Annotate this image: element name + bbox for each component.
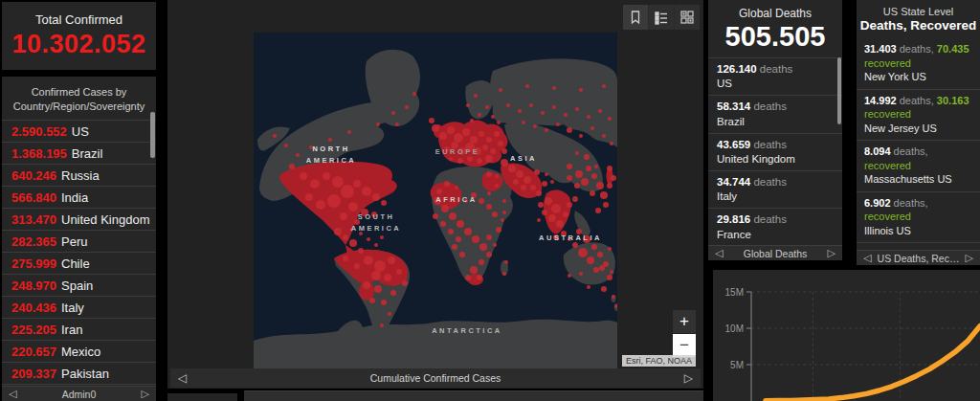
country-footer-label: Admin0: [62, 389, 97, 400]
label-australia: AUSTRALIA: [539, 234, 602, 242]
country-row[interactable]: 225.205 Iran: [2, 319, 156, 341]
country-row[interactable]: 1.368.195 Brazil: [2, 143, 156, 165]
country-name: Brazil: [72, 143, 103, 165]
deaths-row[interactable]: 29.816 deaths France: [708, 209, 842, 246]
next-arrow-icon[interactable]: ▷: [142, 388, 149, 400]
label-south-america: SOUTH: [358, 212, 395, 221]
country-name: Russia: [61, 165, 100, 187]
country-row[interactable]: 220.657 Mexico: [2, 341, 156, 363]
country-cases-value: 313.470: [11, 209, 56, 231]
basemap-grid-icon[interactable]: [675, 5, 700, 30]
country-row[interactable]: 282.365 Peru: [2, 231, 156, 253]
global-deaths-scrollbar[interactable]: [837, 57, 841, 124]
label-africa: AFRICA: [435, 195, 477, 204]
prev-arrow-icon[interactable]: ◁: [178, 371, 187, 385]
country-list-scrollbar[interactable]: [150, 112, 155, 158]
us-state-subtitle: Deaths, Recovered: [857, 18, 980, 33]
prev-arrow-icon[interactable]: ◁: [863, 252, 871, 264]
state-name: Illinois US: [864, 224, 976, 238]
country-cases-value: 220.657: [11, 341, 56, 363]
country-name: Peru: [61, 231, 87, 253]
us-state-title: US State Level: [857, 0, 980, 17]
bookmark-icon[interactable]: [623, 5, 648, 30]
legend-list-icon[interactable]: [649, 5, 674, 30]
deaths-country: US: [717, 77, 836, 91]
zoom-in-button[interactable]: +: [673, 310, 696, 333]
country-row[interactable]: 313.470 United Kingdom: [2, 209, 156, 231]
deaths-unit: deaths: [753, 176, 787, 188]
svg-text:15M: 15M: [725, 287, 744, 298]
map-footer-label: Cumulative Confirmed Cases: [370, 372, 501, 384]
state-deaths-value: 8.094: [864, 145, 891, 157]
deaths-row[interactable]: 126.140 deaths US: [708, 58, 842, 96]
deaths-row[interactable]: 43.659 deaths United Kingdom: [708, 134, 842, 171]
bottom-panel-sliver-left: [167, 393, 237, 401]
country-cases-value: 282.365: [11, 231, 56, 253]
deaths-row[interactable]: 58.314 deaths Brazil: [708, 96, 842, 133]
country-name: Spain: [61, 275, 93, 297]
deaths-unit: deaths: [753, 100, 787, 112]
state-row[interactable]: 14.992 deaths, 30.163 recovered New Jers…: [857, 90, 980, 142]
label-north-america: NORTH: [312, 145, 349, 153]
country-name: US: [72, 121, 89, 143]
country-row[interactable]: 275.999 Chile: [2, 253, 156, 275]
country-name: Iran: [61, 319, 82, 341]
country-row[interactable]: 240.436 Italy: [2, 297, 156, 319]
prev-arrow-icon[interactable]: ◁: [9, 388, 16, 400]
state-recovered-word: recovered: [864, 57, 911, 69]
global-deaths-title: Global Deaths: [708, 0, 842, 20]
country-name: India: [61, 187, 88, 209]
country-row[interactable]: 566.840 India: [2, 187, 156, 209]
map-footer: ◁ Cumulative Confirmed Cases ▷: [170, 368, 701, 388]
country-row[interactable]: 2.590.552 US: [2, 121, 156, 143]
covid-dashboard: Total Confirmed 10.302.052 Confirmed Cas…: [0, 0, 980, 401]
deaths-unit: deaths: [753, 213, 787, 225]
country-name: Chile: [61, 253, 90, 275]
zoom-out-button[interactable]: −: [673, 334, 696, 357]
map-attribution: Esri, FAO, NOAA: [622, 355, 696, 367]
next-arrow-icon[interactable]: ▷: [966, 252, 973, 264]
header-line2: Country/Region/Sovereignty: [2, 100, 156, 114]
state-row[interactable]: 31.403 deaths, 70.435 recovered New York…: [857, 38, 980, 90]
state-recovered-word: recovered: [864, 211, 911, 222]
map-panel: NORTH AMERICA EUROPE ASIA AFRICA SOUTH A…: [167, 0, 703, 389]
deaths-value: 34.744: [717, 176, 750, 188]
prev-arrow-icon[interactable]: ◁: [715, 247, 723, 259]
total-confirmed-panel: Total Confirmed 10.302.052: [2, 2, 156, 70]
us-state-footer-label: US Deaths, Rec…: [878, 253, 960, 264]
country-row[interactable]: 209.337 Pakistan: [2, 363, 156, 385]
state-recovered-word: recovered: [864, 160, 911, 171]
global-deaths-footer: ◁ Global Deaths ▷: [708, 245, 842, 260]
country-row[interactable]: 640.246 Russia: [2, 165, 156, 187]
confirmed-by-country-header: Confirmed Cases by Country/Region/Sovere…: [2, 77, 156, 114]
country-name: Italy: [61, 297, 84, 319]
country-panel-footer: ◁ Admin0 ▷: [2, 386, 156, 401]
state-name: Massachusetts US: [864, 172, 976, 187]
bottom-panel-sliver-center: [244, 390, 703, 401]
state-recovered-value: 70.435: [937, 43, 969, 55]
cumulative-cases-chart[interactable]: 5M10M15M: [713, 270, 980, 401]
country-cases-value: 225.205: [11, 319, 56, 341]
deaths-value: 58.314: [717, 100, 750, 112]
total-confirmed-value: 10.302.052: [2, 30, 156, 59]
state-row[interactable]: 8.094 deaths, recovered Massachusetts US: [857, 141, 980, 192]
country-cases-value: 2.590.552: [11, 121, 67, 143]
total-confirmed-title: Total Confirmed: [2, 12, 156, 27]
state-row[interactable]: 6.902 deaths, recovered Illinois US: [857, 192, 980, 244]
header-line1: Confirmed Cases by: [2, 85, 156, 100]
state-deaths-value: 14.992: [864, 95, 897, 106]
deaths-row[interactable]: 34.744 deaths Italy: [708, 171, 842, 209]
state-recovered-word: recovered: [864, 108, 911, 120]
country-cases-value: 640.246: [11, 165, 56, 187]
country-row[interactable]: 248.970 Spain: [2, 275, 156, 297]
confirmed-by-country-panel: Confirmed Cases by Country/Region/Sovere…: [2, 77, 156, 401]
cumulative-cases-chart-panel: 5M10M15M: [713, 270, 980, 401]
world-map[interactable]: NORTH AMERICA EUROPE ASIA AFRICA SOUTH A…: [254, 33, 617, 368]
svg-text:5M: 5M: [730, 360, 744, 370]
us-state-footer: ◁ US Deaths, Rec… ▷: [857, 250, 980, 265]
state-deaths-value: 31.403: [864, 43, 897, 55]
next-arrow-icon[interactable]: ▷: [684, 371, 693, 385]
next-arrow-icon[interactable]: ▷: [828, 247, 835, 259]
deaths-unit: deaths: [760, 63, 793, 75]
deaths-value: 43.659: [717, 139, 750, 150]
